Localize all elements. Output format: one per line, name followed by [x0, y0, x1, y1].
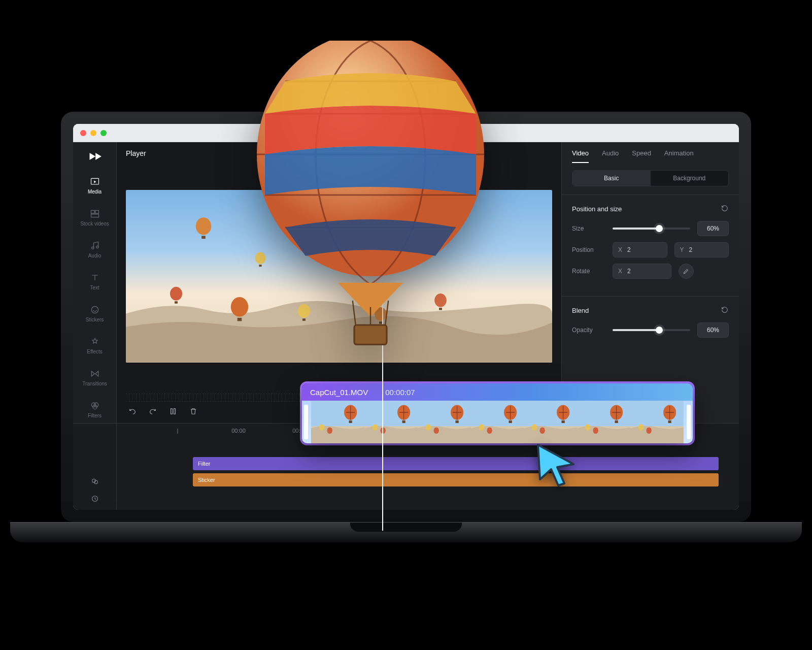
undo-button[interactable]: [128, 407, 137, 418]
size-slider[interactable]: [613, 228, 690, 230]
svg-rect-18: [237, 317, 242, 320]
svg-rect-1: [91, 210, 94, 213]
svg-point-52: [479, 424, 484, 431]
sidebar-item-stickers[interactable]: Stickers: [73, 302, 116, 326]
svg-point-6: [91, 306, 98, 313]
label-opacity: Opacity: [572, 327, 605, 334]
svg-point-15: [170, 287, 182, 301]
sidebar-label: Text: [90, 285, 99, 290]
sidebar-item-stock-videos[interactable]: Stock videos: [73, 206, 116, 230]
svg-point-64: [585, 424, 591, 431]
svg-rect-39: [402, 420, 405, 423]
tab-video[interactable]: Video: [572, 149, 589, 163]
sidebar-item-filters[interactable]: Filters: [73, 398, 116, 421]
subtab-basic[interactable]: Basic: [572, 171, 651, 186]
timeline-clip[interactable]: CapCut_01.MOV 00:00:07: [302, 383, 693, 443]
label-position: Position: [572, 246, 605, 253]
delete-button[interactable]: [189, 407, 198, 418]
svg-point-17: [230, 297, 248, 317]
sidebar-item-media[interactable]: Media: [73, 174, 116, 198]
svg-point-58: [532, 424, 537, 431]
svg-point-71: [647, 428, 652, 434]
opacity-value[interactable]: 60%: [697, 322, 729, 338]
svg-rect-12: [202, 236, 206, 239]
sidebar-label: Effects: [87, 349, 102, 354]
size-value[interactable]: 60%: [697, 221, 729, 236]
svg-point-35: [327, 428, 332, 434]
tab-speed[interactable]: Speed: [632, 149, 651, 163]
svg-point-4: [91, 247, 93, 249]
svg-point-40: [373, 424, 378, 431]
track-sticker[interactable]: Sticker: [193, 473, 719, 486]
tab-animation[interactable]: Animation: [664, 149, 694, 163]
sidebar-label: Filters: [88, 413, 101, 418]
app-logo: [88, 149, 102, 166]
tab-audio[interactable]: Audio: [602, 149, 619, 163]
svg-rect-2: [95, 210, 98, 213]
clip-timestamp: 00:00:07: [385, 388, 415, 397]
minimize-window-icon[interactable]: [90, 130, 96, 136]
sidebar-label: Stock videos: [80, 221, 109, 226]
time-mark: 00:00: [208, 428, 269, 434]
sidebar-item-effects[interactable]: Effects: [73, 334, 116, 358]
close-window-icon[interactable]: [80, 130, 86, 136]
svg-rect-51: [509, 420, 512, 423]
subtab-background[interactable]: Background: [651, 171, 729, 186]
svg-point-47: [433, 428, 439, 434]
svg-rect-45: [455, 420, 458, 423]
svg-line-74: [385, 301, 388, 327]
properties-panel: Video Audio Speed Animation Basic Backgr…: [561, 142, 739, 423]
track-time-icon[interactable]: [91, 495, 99, 505]
svg-rect-63: [615, 420, 618, 423]
label-size: Size: [572, 225, 605, 232]
svg-point-59: [540, 428, 546, 434]
position-y-field[interactable]: Y2: [674, 242, 729, 257]
svg-point-34: [319, 424, 325, 431]
sidebar-label: Media: [88, 189, 101, 194]
svg-point-70: [638, 424, 644, 431]
svg-point-11: [196, 217, 211, 235]
sidebar-label: Audio: [88, 253, 101, 258]
svg-point-46: [425, 424, 431, 431]
clip-thumbnails: [311, 401, 684, 443]
sidebar-item-text[interactable]: Text: [73, 270, 116, 294]
rotate-edit-button[interactable]: [679, 264, 694, 279]
svg-rect-76: [354, 325, 387, 344]
cursor-icon: [533, 442, 579, 488]
track-filter[interactable]: Filter: [193, 457, 719, 470]
section-title-blend: Blend: [572, 307, 589, 314]
label-rotate: Rotate: [572, 268, 605, 275]
track-label: Filter: [198, 461, 210, 467]
svg-point-53: [487, 428, 492, 434]
redo-button[interactable]: [148, 407, 157, 418]
hero-balloon-image: [249, 41, 492, 345]
sidebar-item-transitions[interactable]: Transitions: [73, 366, 116, 389]
clip-filename: CapCut_01.MOV: [310, 388, 368, 397]
svg-rect-33: [349, 420, 352, 423]
sidebar-label: Transitions: [82, 381, 107, 386]
svg-rect-16: [175, 301, 178, 304]
split-button[interactable]: [168, 407, 178, 418]
sidebar: Media Stock videos Audio Text Stickers E…: [73, 142, 117, 423]
opacity-slider[interactable]: [613, 329, 690, 331]
svg-rect-26: [174, 409, 176, 414]
svg-rect-3: [91, 214, 98, 217]
svg-rect-57: [562, 420, 565, 423]
svg-rect-25: [171, 409, 173, 414]
zoom-window-icon[interactable]: [100, 130, 107, 136]
svg-rect-69: [668, 420, 671, 423]
position-x-field[interactable]: X2: [613, 242, 667, 257]
track-effect-icon[interactable]: [91, 477, 99, 488]
sidebar-item-audio[interactable]: Audio: [73, 238, 116, 262]
section-title-position: Position and size: [572, 205, 622, 213]
track-label: Sticker: [198, 477, 215, 483]
sidebar-label: Stickers: [86, 317, 104, 322]
reset-blend-button[interactable]: [721, 306, 729, 315]
reset-position-button[interactable]: [721, 204, 729, 214]
svg-line-73: [353, 301, 356, 327]
rotate-field[interactable]: X2: [613, 264, 671, 279]
svg-point-65: [593, 428, 599, 434]
